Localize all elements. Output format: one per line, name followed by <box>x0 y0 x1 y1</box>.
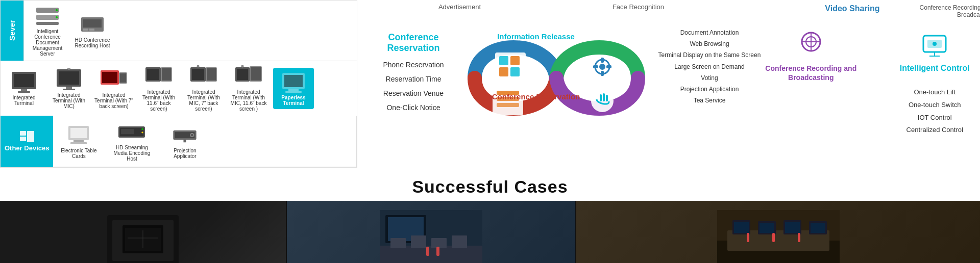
svg-point-73 <box>591 90 614 112</box>
svg-rect-12 <box>18 91 30 93</box>
svg-rect-0 <box>36 8 59 13</box>
svg-rect-45 <box>74 140 84 142</box>
svg-rect-16 <box>63 89 75 90</box>
conf-res-right-items: Document Annotation Web Browsing Termina… <box>648 27 771 106</box>
conf-res-center-text: Conference Reservation <box>492 92 580 101</box>
prod-item-server1: Intelligent Conference Document Manageme… <box>27 5 68 57</box>
intel-ctrl-items: One-touch Lift One-touch Switch IOT Cont… <box>877 86 981 137</box>
bottom-img-left <box>0 201 286 263</box>
svg-rect-113 <box>811 223 825 233</box>
terminal6-label: Integrated Terminal (With MIC, 11.6" bac… <box>228 89 269 112</box>
prod-item-server2: HD Conference Recording Host <box>72 13 113 48</box>
svg-rect-11 <box>21 89 27 91</box>
bottom-img-center2-svg <box>717 210 840 264</box>
terminal4-label: Integrated Terminal (With 11.6" back scr… <box>138 89 179 112</box>
server-content: Intelligent Conference Document Manageme… <box>23 1 357 61</box>
svg-rect-27 <box>192 69 204 80</box>
svg-rect-114 <box>747 233 749 242</box>
conf-reservation-items: Phone Reservation Reservation Time Reser… <box>362 58 464 115</box>
bottom-img-center1-svg <box>380 210 482 264</box>
info-release-text: Information Releasse <box>497 32 575 41</box>
svg-rect-44 <box>70 128 87 138</box>
svg-rect-71 <box>593 65 598 68</box>
projector-icon <box>172 124 198 146</box>
page-wrapper: Sever <box>0 0 980 263</box>
paperless-label: Paperless Terminal <box>275 95 312 106</box>
svg-rect-69 <box>601 58 604 63</box>
terminal1-label: Integrated Terminal <box>4 95 44 106</box>
item-large-screen: Large Screen on Demand <box>648 61 771 72</box>
prod-item-terminal6: Integrated Terminal (With MIC, 11.6" bac… <box>228 65 269 112</box>
svg-rect-61 <box>510 67 520 76</box>
item-reservation-venue: Reservation Venue <box>362 86 464 100</box>
svg-rect-51 <box>121 129 134 134</box>
conf-rec-icon-svg <box>796 31 826 59</box>
advertisement-label: Advertisement <box>438 3 481 11</box>
terminal6-icon <box>235 65 262 88</box>
svg-rect-97 <box>390 238 406 248</box>
item-web-browsing: Web Browsing <box>648 38 771 49</box>
svg-rect-14 <box>59 71 79 85</box>
prod-item-terminal4: Integrated Terminal (With 11.6" back scr… <box>138 65 179 112</box>
svg-rect-59 <box>510 56 520 65</box>
paperless-icon <box>280 71 307 93</box>
intel-ctrl-icon-svg <box>919 31 950 59</box>
svg-rect-100 <box>452 235 467 248</box>
svg-rect-39 <box>285 91 302 93</box>
svg-rect-116 <box>798 233 800 242</box>
successful-cases-section: Successful Cases <box>0 168 980 201</box>
terminal4-icon <box>145 65 172 88</box>
prod-item-terminal5: Integrated Terminal (With MIC, 7" back s… <box>183 65 224 112</box>
server1-label: Intelligent Conference Document Manageme… <box>27 29 68 57</box>
diagram-main-row: Conference Reservation Phone Reservation… <box>357 12 745 115</box>
svg-rect-56 <box>184 140 186 142</box>
item-reservation-time: Reservation Time <box>362 72 464 86</box>
terminal1-icon <box>11 71 37 93</box>
svg-rect-38 <box>288 89 299 91</box>
other-devices-icon1 <box>20 131 34 142</box>
item-iot-control: IOT Control <box>877 112 981 124</box>
item-tea-service: Tea Service <box>648 95 771 106</box>
info-release-label: Information Releasse <box>497 32 575 41</box>
other-devices-label: Other Devices <box>1 116 53 167</box>
encoding-icon <box>118 121 145 143</box>
svg-point-55 <box>191 134 193 136</box>
item-terminal-display: Terminal Display on the Same Screen <box>648 49 771 61</box>
svg-point-4 <box>56 16 58 18</box>
item-one-touch-lift: One-touch Lift <box>877 86 981 99</box>
server-row: Sever <box>1 1 357 61</box>
bottom-images-row <box>0 201 980 263</box>
svg-rect-112 <box>785 222 800 233</box>
successful-cases-title: Successful Cases <box>0 177 980 197</box>
diagram-area: Advertisement Face Recognition Conferenc… <box>357 0 745 115</box>
svg-rect-42 <box>27 131 34 142</box>
item-one-click-notice: One-Click Notice <box>362 100 464 115</box>
bottom-img-center2 <box>576 201 980 263</box>
svg-rect-74 <box>600 94 602 101</box>
server2-icon <box>79 13 106 36</box>
svg-rect-76 <box>606 95 608 101</box>
svg-point-86 <box>933 42 937 46</box>
conf-reservation-title: Conference Reservation <box>362 32 464 54</box>
intel-ctrl-box: Intelligent Control <box>877 31 981 82</box>
conf-reservation-right: Document Annotation Web Browsing Termina… <box>648 12 771 106</box>
svg-rect-70 <box>601 71 604 76</box>
prod-item-projector: Projection Applicator <box>164 124 205 159</box>
server1-icon <box>34 5 61 27</box>
svg-rect-101 <box>426 247 429 256</box>
terminal-content: Integrated Terminal <box>1 61 357 116</box>
s-curve-center: Information Releasse Conference Reservat… <box>464 12 648 101</box>
prod-item-terminal3: Integrated Terminal (With 7" back screen… <box>93 68 134 109</box>
video-sharing-label: Video Sharing <box>825 4 879 18</box>
svg-rect-2 <box>36 22 59 25</box>
conf-rec-bcast-top-label: Conference Recording and Broadcasting <box>911 4 980 18</box>
svg-rect-19 <box>102 72 117 83</box>
main-content-row: Sever <box>0 0 980 168</box>
item-projection-app: Projection Application <box>648 84 771 95</box>
terminal5-label: Integrated Terminal (With MIC, 7" back s… <box>183 89 224 112</box>
svg-rect-75 <box>603 93 605 101</box>
svg-rect-65 <box>497 103 519 107</box>
right-panel: Video Sharing Conference Recording and B… <box>745 0 980 141</box>
svg-point-68 <box>599 64 605 70</box>
item-voting: Voting <box>648 72 771 84</box>
